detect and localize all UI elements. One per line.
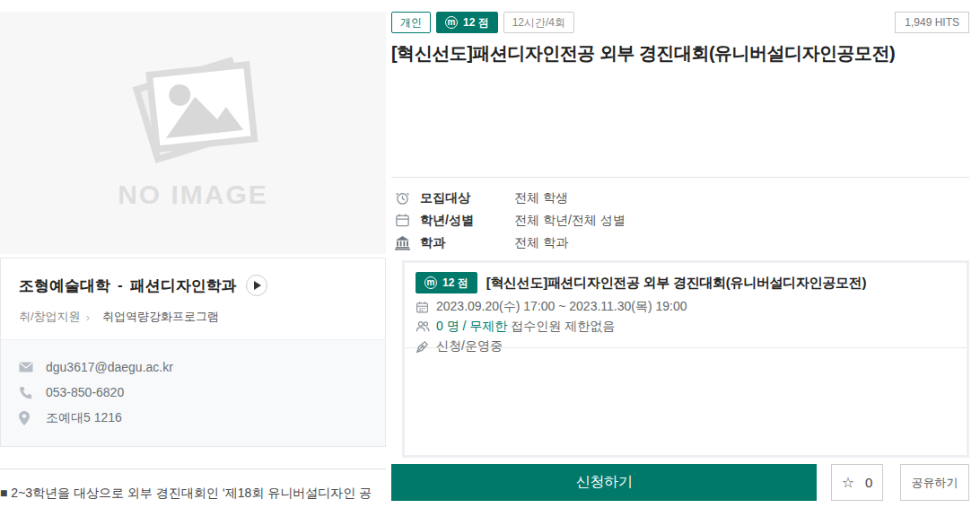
session-points-label: 12 점 [442, 276, 468, 290]
favorite-button[interactable]: ☆ 0 [831, 464, 883, 501]
college-department-separator: - [118, 276, 123, 294]
page-title: [혁신선도]패션디자인전공 외부 경진대회(유니버설디자인공모전) [391, 41, 895, 66]
action-row: 신청하기 ☆ 0 공유하기 [391, 464, 969, 501]
contact-panel: dgu3617@daegu.ac.kr 053-850-6820 조예대5 12… [1, 339, 385, 446]
contact-email-row: dgu3617@daegu.ac.kr [19, 355, 367, 380]
organization-header: 조형예술대학 - 패션디자인학과 취/창업지원 › 취업역량강화프로그램 [1, 258, 385, 339]
photo-frames-icon [108, 56, 278, 163]
category-row: 취/창업지원 › 취업역량강화프로그램 [19, 309, 367, 325]
calendar-icon [416, 301, 431, 314]
meta-row-target: 모집대상 전체 학생 [391, 187, 969, 209]
session-period: 2023.09.20(수) 17:00 ~ 2023.11.30(목) 19:0… [436, 299, 687, 315]
meta-label: 학과 [420, 235, 514, 251]
m-circle-icon: m [445, 16, 458, 29]
no-image-label: NO IMAGE [118, 180, 268, 210]
chevron-right-icon: › [86, 311, 90, 324]
share-button[interactable]: 공유하기 [900, 464, 969, 501]
description-divider [0, 469, 386, 469]
favorite-count: 0 [865, 475, 872, 490]
map-pin-icon [19, 411, 35, 425]
right-column: 개인 m 12 점 12시간/4회 1,949 HITS [혁신선도]패션디자인… [391, 12, 969, 508]
session-capacity-note: 접수인원 제한없음 [511, 319, 615, 335]
session-box: m 12 점 [혁신선도]패션디자인전공 외부 경진대회(유니버설디자인공모전)… [402, 260, 969, 458]
college-name: 조형예술대학 [19, 276, 110, 296]
star-icon: ☆ [842, 474, 854, 491]
program-type-label: 취업역량강화프로그램 [102, 309, 219, 325]
session-status-row: 신청/운영중 [416, 337, 956, 356]
meta-row-grade-gender: 학년/성별 전체 학년/전체 성별 [391, 209, 969, 232]
play-icon [254, 281, 261, 290]
people-icon [416, 320, 431, 333]
phone-icon [19, 386, 35, 399]
location-value: 조예대5 1216 [46, 410, 122, 426]
session-status: 신청/운영중 [436, 338, 503, 355]
organization-card: 조형예술대학 - 패션디자인학과 취/창업지원 › 취업역량강화프로그램 [0, 258, 386, 447]
m-circle-icon: m [424, 276, 437, 289]
contact-phone-row: 053-850-6820 [19, 380, 367, 405]
program-detail-page: NO IMAGE 조형예술대학 - 패션디자인학과 취/창업지원 › 취업역량강… [0, 0, 980, 508]
session-title: [혁신선도]패션디자인전공 외부 경진대회(유니버설디자인공모전) [486, 275, 866, 292]
left-column: NO IMAGE 조형예술대학 - 패션디자인학과 취/창업지원 › 취업역량강… [0, 12, 386, 508]
badge-points: m 12 점 [436, 12, 498, 33]
meta-value: 전체 학과 [514, 235, 568, 251]
phone-value: 053-850-6820 [46, 385, 124, 399]
meta-section: 모집대상 전체 학생 학년/성별 전체 학년/전체 성별 학과 전체 학과 [391, 177, 969, 254]
badge-individual: 개인 [391, 12, 431, 33]
meta-row-department: 학과 전체 학과 [391, 232, 969, 254]
session-item: m 12 점 [혁신선도]패션디자인전공 외부 경진대회(유니버설디자인공모전)… [405, 263, 967, 348]
expand-play-button[interactable] [246, 275, 267, 296]
envelope-icon [19, 362, 35, 372]
session-period-row: 2023.09.20(수) 17:00 ~ 2023.11.30(목) 19:0… [416, 297, 956, 317]
badge-hours: 12시간/4회 [503, 12, 574, 33]
program-description: ■ 2~3학년을 대상으로 외부 경진대회인 ‘제18회 유니버설디자인 공모전… [0, 480, 386, 508]
meta-value: 전체 학생 [514, 190, 568, 206]
session-capacity-count: 0 명 / 무제한 [436, 319, 507, 335]
session-capacity-row: 0 명 / 무제한 접수인원 제한없음 [416, 317, 956, 337]
category-link[interactable]: 취/창업지원 [19, 309, 81, 325]
department-row: 조형예술대학 - 패션디자인학과 [19, 275, 367, 296]
alarm-clock-icon [395, 190, 411, 206]
department-name: 패션디자인학과 [130, 276, 237, 296]
email-value: dgu3617@daegu.ac.kr [46, 360, 173, 374]
points-label: 12 점 [463, 15, 489, 30]
bank-icon [395, 235, 411, 250]
session-points-badge: m 12 점 [416, 272, 477, 293]
meta-label: 학년/성별 [420, 213, 514, 229]
meta-value: 전체 학년/전체 성별 [514, 213, 626, 229]
calendar-icon [395, 213, 411, 228]
badge-row: 개인 m 12 점 12시간/4회 1,949 HITS [391, 12, 969, 33]
session-header: m 12 점 [혁신선도]패션디자인전공 외부 경진대회(유니버설디자인공모전) [416, 270, 956, 297]
hits-badge: 1,949 HITS [895, 12, 969, 33]
contact-location-row: 조예대5 1216 [19, 405, 367, 432]
apply-button[interactable]: 신청하기 [391, 464, 817, 501]
no-image-placeholder: NO IMAGE [0, 12, 386, 254]
meta-label: 모집대상 [420, 190, 514, 206]
pen-icon [416, 340, 431, 354]
